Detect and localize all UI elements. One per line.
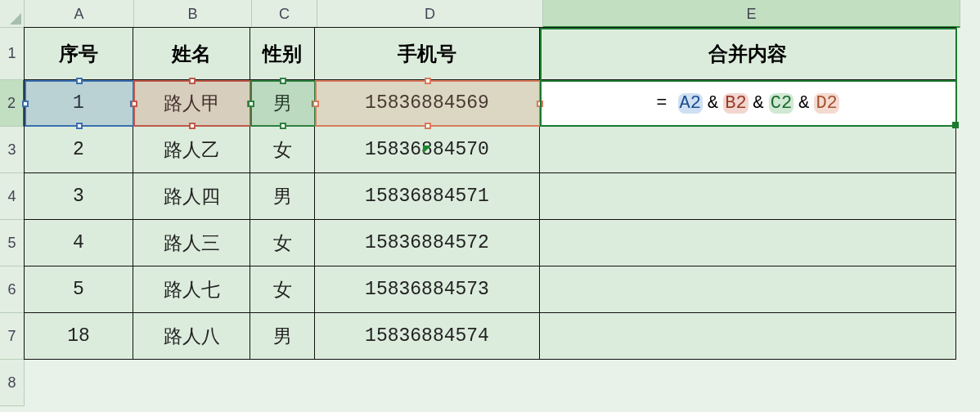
cell-D2[interactable]: 15836884569 xyxy=(314,79,540,127)
cell-B5[interactable]: 路人三 xyxy=(133,219,250,266)
cell-C2[interactable]: 男 xyxy=(249,79,315,127)
formula-display: = A2&B2&C2&D2 xyxy=(656,93,839,114)
cell-B4[interactable]: 路人四 xyxy=(133,172,250,220)
cell-C6[interactable]: 女 xyxy=(249,266,315,313)
col-header-C[interactable]: C xyxy=(252,0,317,28)
cell-A3[interactable]: 2 xyxy=(24,126,133,173)
cell-E6[interactable] xyxy=(539,266,956,313)
formula-ref-B2: B2 xyxy=(723,93,748,114)
cell-B3[interactable]: 路人乙 xyxy=(133,126,250,173)
cell-A5[interactable]: 4 xyxy=(24,219,133,266)
cell-C3[interactable]: 女 xyxy=(249,126,315,173)
row-header-1[interactable]: 1 xyxy=(0,28,25,80)
select-all-corner[interactable] xyxy=(0,0,25,28)
header-cell-E[interactable]: 合并内容 xyxy=(539,27,956,80)
cell-grid: 序号 姓名 性别 手机号 合并内容 1 路人甲 男 15836884569 = … xyxy=(25,28,980,412)
column-header-row: A B C D E xyxy=(0,0,980,28)
formula-ref-A2: A2 xyxy=(678,93,703,114)
header-cell-A[interactable]: 序号 xyxy=(24,27,133,80)
formula-amp: & xyxy=(703,93,723,114)
cell-D7[interactable]: 15836884574 xyxy=(314,312,540,360)
row-header-7[interactable]: 7 xyxy=(0,313,25,360)
cell-E3[interactable] xyxy=(539,126,956,173)
cell-A7[interactable]: 18 xyxy=(24,312,133,360)
row-header-5[interactable]: 5 xyxy=(0,220,25,266)
cell-E7[interactable] xyxy=(539,312,956,360)
row-header-8[interactable]: 8 xyxy=(0,360,25,406)
col-header-A[interactable]: A xyxy=(25,0,134,28)
col-header-B[interactable]: B xyxy=(134,0,252,28)
cell-C4[interactable]: 男 xyxy=(249,172,315,220)
row-header-2[interactable]: 2 xyxy=(0,80,25,127)
cell-C5[interactable]: 女 xyxy=(249,219,315,266)
table-row: 4 路人三 女 15836884572 xyxy=(25,220,980,266)
header-cell-D[interactable]: 手机号 xyxy=(314,27,540,80)
table-row: 3 路人四 男 15836884571 xyxy=(25,173,980,220)
row-header-4[interactable]: 4 xyxy=(0,173,25,220)
spreadsheet[interactable]: A B C D E 1 2 3 4 5 6 7 8 序号 姓名 性别 手机号 合… xyxy=(0,0,980,412)
row-header-3[interactable]: 3 xyxy=(0,127,25,173)
cell-A4[interactable]: 3 xyxy=(24,172,133,220)
formula-amp: & xyxy=(748,93,769,114)
col-header-E[interactable]: E xyxy=(543,0,960,28)
row-header-6[interactable]: 6 xyxy=(0,266,25,313)
formula-ref-D2: D2 xyxy=(814,93,838,114)
table-row: 5 路人七 女 15836884573 xyxy=(25,266,980,313)
cell-A6[interactable]: 5 xyxy=(24,266,133,313)
cell-A2[interactable]: 1 xyxy=(24,79,133,127)
table-row: 1 路人甲 男 15836884569 = A2&B2&C2&D2 xyxy=(25,80,980,127)
cell-E4[interactable] xyxy=(539,172,956,220)
col-header-D[interactable]: D xyxy=(317,0,543,28)
formula-amp: & xyxy=(793,93,814,114)
cell-D5[interactable]: 15836884572 xyxy=(314,219,540,266)
cell-E2-formula[interactable]: = A2&B2&C2&D2 xyxy=(539,79,956,127)
cell-B2[interactable]: 路人甲 xyxy=(133,79,250,127)
cell-C7[interactable]: 男 xyxy=(249,312,315,360)
formula-ref-C2: C2 xyxy=(769,93,793,114)
formula-eq: = xyxy=(656,93,667,114)
cell-D3[interactable]: 15836884570 xyxy=(314,126,540,173)
cell-B6[interactable]: 路人七 xyxy=(133,266,250,313)
cell-D6[interactable]: 15836884573 xyxy=(314,266,540,313)
cell-D4[interactable]: 15836884571 xyxy=(314,172,540,220)
table-row: 18 路人八 男 15836884574 xyxy=(25,313,980,360)
table-header-row: 序号 姓名 性别 手机号 合并内容 xyxy=(25,28,980,80)
cell-B7[interactable]: 路人八 xyxy=(133,312,250,360)
cell-E5[interactable] xyxy=(539,219,956,266)
header-cell-B[interactable]: 姓名 xyxy=(133,27,250,80)
table-row: 2 路人乙 女 15836884570 xyxy=(25,127,980,173)
header-cell-C[interactable]: 性别 xyxy=(249,27,315,80)
